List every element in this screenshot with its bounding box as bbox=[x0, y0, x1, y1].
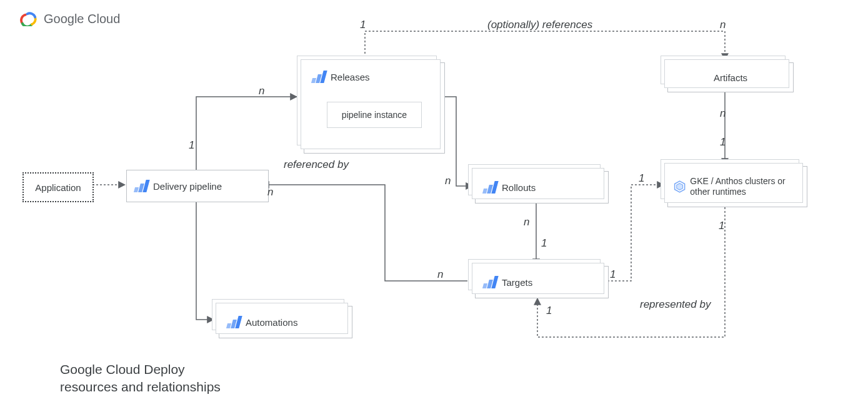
delivery-pipeline-label: Delivery pipeline bbox=[153, 181, 222, 192]
rollouts-node: Rollouts bbox=[475, 171, 609, 203]
automations-label: Automations bbox=[246, 317, 297, 328]
application-node: Application bbox=[22, 172, 94, 202]
cloud-deploy-icon bbox=[134, 180, 148, 192]
card-rel-art-src: 1 bbox=[360, 19, 366, 31]
card-tgt-rt-dst: 1 bbox=[639, 172, 644, 185]
card-roll-tgt-dst: 1 bbox=[541, 237, 547, 250]
cloud-deploy-icon bbox=[483, 181, 497, 194]
cloud-deploy-icon bbox=[227, 316, 241, 328]
card-roll-tgt-src: n bbox=[524, 216, 529, 228]
card-dp-rel-dst: n bbox=[259, 85, 264, 97]
diagram-canvas: Google Cloud Application bbox=[0, 0, 868, 402]
optionally-references-label: (optionally) references bbox=[487, 19, 592, 31]
svg-line-2 bbox=[600, 185, 662, 281]
artifacts-node: Artifacts bbox=[667, 62, 794, 92]
application-label: Application bbox=[35, 182, 81, 193]
kubernetes-icon bbox=[673, 178, 686, 195]
targets-label: Targets bbox=[502, 277, 532, 288]
targets-node: Targets bbox=[475, 266, 609, 298]
pipeline-instance-box: pipeline instance bbox=[327, 102, 422, 128]
diagram-caption: Google Cloud Deploy resources and relati… bbox=[60, 361, 221, 396]
card-rt-loop-inner: 1 bbox=[546, 305, 552, 317]
card-dp-rel-src: 1 bbox=[189, 139, 194, 152]
card-rel-roll-dst: n bbox=[445, 175, 451, 187]
google-cloud-icon bbox=[20, 11, 37, 26]
automations-node: Automations bbox=[219, 306, 352, 338]
caption-line1: Google Cloud Deploy bbox=[60, 362, 185, 376]
runtimes-label: GKE / Anthos clusters or other runtimes bbox=[690, 176, 807, 198]
cloud-deploy-icon bbox=[483, 276, 497, 288]
releases-label: Releases bbox=[331, 72, 370, 82]
referenced-by-label: referenced by bbox=[284, 159, 349, 171]
runtimes-node: GKE / Anthos clusters or other runtimes bbox=[667, 166, 807, 207]
releases-node: Releases pipeline instance bbox=[304, 62, 445, 154]
rollouts-label: Rollouts bbox=[502, 182, 536, 193]
card-tgt-rt-src: 1 bbox=[610, 268, 616, 281]
card-rel-art-dst: n bbox=[720, 19, 726, 31]
artifacts-label: Artifacts bbox=[714, 72, 747, 83]
card-art-rt-src: n bbox=[720, 107, 726, 120]
represented-by-label: represented by bbox=[640, 298, 711, 311]
svg-marker-4 bbox=[677, 184, 683, 190]
google-cloud-logo: Google Cloud bbox=[20, 11, 120, 26]
pipeline-instance-label: pipeline instance bbox=[342, 110, 407, 120]
card-tgt-dp-right: n bbox=[267, 186, 273, 199]
card-tgt-dp-left: n bbox=[437, 268, 443, 281]
cloud-deploy-icon bbox=[312, 71, 326, 83]
card-rt-loop-outer: 1 bbox=[719, 220, 724, 232]
logo-google-text: Google bbox=[44, 12, 84, 26]
card-art-rt-dst: 1 bbox=[720, 136, 726, 149]
caption-line2: resources and relationships bbox=[60, 380, 221, 394]
logo-cloud-text: Cloud bbox=[87, 12, 120, 26]
delivery-pipeline-node: Delivery pipeline bbox=[126, 170, 269, 202]
